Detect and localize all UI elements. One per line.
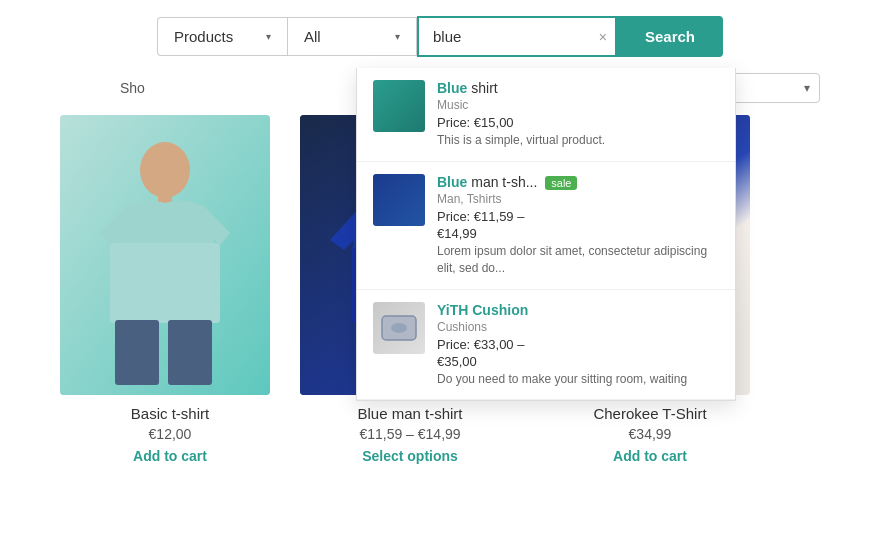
search-result-blue-shirt[interactable]: Blue shirt Music Price: €15,00 This is a… bbox=[357, 68, 735, 162]
basic-tshirt-name: Basic t-shirt bbox=[60, 405, 280, 422]
blue-shirt-category: Music bbox=[437, 98, 719, 112]
svg-point-3 bbox=[140, 142, 190, 198]
cushion-price: Price: €33,00 – bbox=[437, 337, 719, 352]
search-button[interactable]: Search bbox=[617, 16, 723, 57]
search-wrapper: × bbox=[417, 16, 617, 57]
blue-shirt-thumb bbox=[373, 80, 425, 132]
basic-tshirt-action[interactable]: Add to cart bbox=[133, 448, 207, 464]
products-dropdown[interactable]: Products ▾ bbox=[157, 17, 287, 56]
cushion-info: YiTH Cushion Cushions Price: €33,00 – €3… bbox=[437, 302, 719, 388]
search-result-yith-cushion[interactable]: YiTH Cushion Cushions Price: €33,00 – €3… bbox=[357, 290, 735, 401]
header: Products ▾ All ▾ × Search bbox=[0, 0, 880, 73]
blue-shirt-thumbnail-img bbox=[373, 80, 425, 132]
blue-man-title: Blue man t-sh... sale bbox=[437, 174, 719, 190]
blue-man-desc: Lorem ipsum dolor sit amet, consectetur … bbox=[437, 243, 719, 277]
search-clear-button[interactable]: × bbox=[599, 29, 607, 45]
basic-tshirt-img bbox=[60, 115, 270, 395]
show-label: Sho bbox=[60, 80, 145, 96]
blue-man-category: Man, Tshirts bbox=[437, 192, 719, 206]
cushion-price2: €35,00 bbox=[437, 354, 719, 369]
basic-tshirt-image bbox=[60, 115, 270, 395]
search-result-blue-man[interactable]: Blue man t-sh... sale Man, Tshirts Price… bbox=[357, 162, 735, 290]
category-dropdown-chevron: ▾ bbox=[395, 31, 400, 42]
blue-man-thumb bbox=[373, 174, 425, 226]
cushion-thumb bbox=[373, 302, 425, 354]
blue-shirt-desc: This is a simple, virtual product. bbox=[437, 132, 719, 149]
basic-tshirt-price: €12,00 bbox=[60, 426, 280, 442]
blue-man-sale-tag: sale bbox=[545, 176, 577, 190]
cushion-title-text: YiTH Cushion bbox=[437, 302, 528, 318]
blue-man-title-highlight: Blue bbox=[437, 174, 467, 190]
svg-point-1 bbox=[391, 323, 407, 333]
category-dropdown-label: All bbox=[304, 28, 321, 45]
svg-rect-6 bbox=[115, 320, 159, 385]
products-dropdown-label: Products bbox=[174, 28, 233, 45]
basic-tshirt-svg bbox=[60, 115, 270, 395]
cherokee-name: Cherokee T-Shirt bbox=[540, 405, 760, 422]
cherokee-action[interactable]: Add to cart bbox=[613, 448, 687, 464]
blue-man-action[interactable]: Select options bbox=[362, 448, 458, 464]
cushion-title: YiTH Cushion bbox=[437, 302, 719, 318]
blue-man-name: Blue man t-shirt bbox=[300, 405, 520, 422]
cushion-svg bbox=[380, 314, 418, 342]
blue-man-price: Price: €11,59 – bbox=[437, 209, 719, 224]
search-input[interactable] bbox=[417, 16, 617, 57]
svg-rect-7 bbox=[168, 320, 212, 385]
blue-man-info: Blue man t-sh... sale Man, Tshirts Price… bbox=[437, 174, 719, 277]
cherokee-price: €34,99 bbox=[540, 426, 760, 442]
blue-shirt-title-highlight: Blue bbox=[437, 80, 467, 96]
blue-shirt-title: Blue shirt bbox=[437, 80, 719, 96]
blue-man-title-rest: man t-sh... bbox=[467, 174, 537, 190]
products-dropdown-chevron: ▾ bbox=[266, 31, 271, 42]
search-dropdown: Blue shirt Music Price: €15,00 This is a… bbox=[356, 68, 736, 401]
svg-rect-5 bbox=[110, 243, 220, 323]
blue-man-price: €11,59 – €14,99 bbox=[300, 426, 520, 442]
cushion-category: Cushions bbox=[437, 320, 719, 334]
blue-shirt-price: Price: €15,00 bbox=[437, 115, 719, 130]
category-dropdown[interactable]: All ▾ bbox=[287, 17, 417, 56]
blue-shirt-title-rest: shirt bbox=[467, 80, 497, 96]
cushion-desc: Do you need to make your sitting room, w… bbox=[437, 371, 719, 388]
blue-shirt-info: Blue shirt Music Price: €15,00 This is a… bbox=[437, 80, 719, 149]
product-card-basic-tshirt: Basic t-shirt €12,00 Add to cart bbox=[60, 115, 280, 465]
blue-man-thumbnail-img bbox=[373, 174, 425, 226]
cushion-thumbnail-img bbox=[373, 302, 425, 354]
blue-man-price2: €14,99 bbox=[437, 226, 719, 241]
